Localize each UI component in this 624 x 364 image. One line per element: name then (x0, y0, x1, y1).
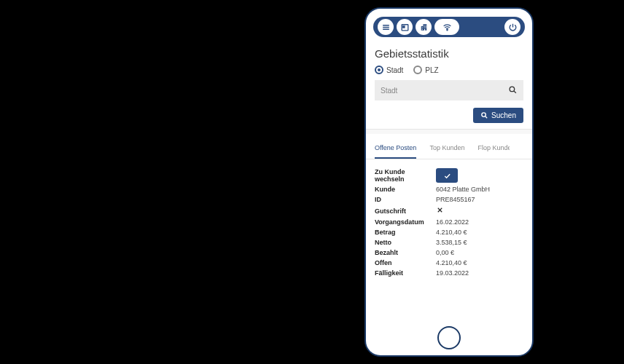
detail-label: Betrag (375, 229, 436, 236)
detail-row: IDPRE8455167 (375, 194, 523, 205)
detail-value: 19.03.2022 (436, 269, 523, 277)
menu-icon[interactable] (378, 19, 394, 35)
detail-value: 3.538,15 € (436, 239, 523, 246)
detail-label: ID (375, 196, 436, 203)
detail-label: Fälligkeit (375, 269, 436, 277)
detail-value: PRE8455167 (436, 196, 523, 203)
detail-label: Netto (375, 239, 436, 246)
close-icon (436, 208, 444, 215)
home-button[interactable] (437, 326, 461, 349)
zu-kunde-label: Zu Kunde wechseln (375, 168, 436, 183)
tab-top-kunden[interactable]: Top Kunden (429, 138, 464, 159)
detail-label: Gutschrift (375, 207, 436, 215)
calendar-icon[interactable] (397, 19, 413, 35)
svg-line-7 (514, 91, 516, 93)
svg-point-5 (446, 29, 447, 30)
tab-offene-posten[interactable]: Offene Posten (375, 138, 416, 159)
radio-stadt[interactable]: Stadt (375, 66, 403, 74)
detail-value (436, 206, 523, 215)
detail-row: Vorgangsdatum16.02.2022 (375, 217, 523, 227)
detail-value: 0,00 € (436, 249, 523, 256)
detail-row: Kunde6042 Platte GmbH (375, 184, 523, 194)
detail-row: Netto3.538,15 € (375, 237, 523, 248)
svg-line-9 (485, 116, 487, 118)
phone-frame: Gebietsstatistik Stadt PLZ Stadt Suchen (364, 7, 534, 357)
zu-kunde-button[interactable] (436, 168, 458, 183)
content: Gebietsstatistik Stadt PLZ Stadt Suchen (366, 37, 532, 328)
building-icon[interactable] (416, 19, 432, 35)
detail-panel: Zu Kunde wechseln Kunde6042 Platte GmbHI… (375, 167, 523, 278)
detail-row: Betrag4.210,40 € (375, 227, 523, 237)
detail-label: Bezahlt (375, 249, 436, 256)
top-nav (373, 17, 525, 37)
detail-row: Offen4.210,40 € (375, 258, 523, 268)
detail-row: Bezahlt0,00 € (375, 248, 523, 258)
detail-label: Offen (375, 259, 436, 266)
detail-value: 4.210,40 € (436, 229, 523, 236)
page-title: Gebietsstatistik (375, 47, 523, 60)
detail-value: 4.210,40 € (436, 259, 523, 266)
filter-radios: Stadt PLZ (375, 66, 523, 74)
search-button[interactable]: Suchen (473, 108, 523, 123)
radio-plz[interactable]: PLZ (413, 66, 438, 74)
svg-rect-4 (402, 25, 404, 27)
wifi-icon[interactable] (434, 19, 459, 35)
tabs: Offene Posten Top Kunden Flop Kunden (366, 138, 532, 159)
tab-flop-kunden[interactable]: Flop Kunden (477, 138, 510, 159)
detail-value: 16.02.2022 (436, 218, 523, 226)
power-icon[interactable] (504, 19, 520, 35)
search-input[interactable]: Stadt (375, 80, 523, 100)
detail-label: Kunde (375, 186, 436, 193)
search-icon (508, 85, 518, 96)
svg-point-8 (482, 113, 486, 117)
svg-point-6 (510, 87, 515, 92)
detail-value: 6042 Platte GmbH (436, 186, 523, 193)
detail-row: Gutschrift (375, 205, 523, 217)
detail-label: Vorgangsdatum (375, 218, 436, 226)
detail-row: Fälligkeit19.03.2022 (375, 268, 523, 278)
